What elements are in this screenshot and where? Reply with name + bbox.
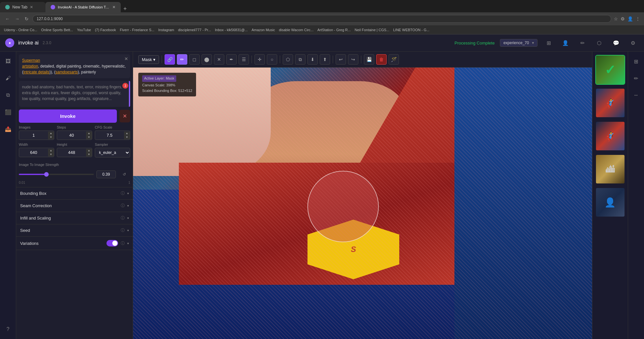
width-input-row[interactable]: ▲ ▼	[19, 148, 54, 157]
thumbnail-5[interactable]: 👤	[595, 187, 625, 217]
bookmark-disciple[interactable]: discipleneil777 - Pr...	[178, 28, 211, 32]
width-up[interactable]: ▲	[48, 149, 54, 153]
width-input[interactable]	[19, 148, 48, 157]
bounding-box-info-icon[interactable]: ⓘ	[121, 191, 125, 196]
seam-correction-header[interactable]: Seam Correction ⓘ ▾	[16, 200, 133, 212]
experience-badge[interactable]: experience_70 ▾	[500, 39, 538, 47]
img2img-value-input[interactable]	[96, 170, 116, 178]
address-bar[interactable]: 127.0.0.1:9090	[32, 15, 611, 23]
toolbar-redo-button[interactable]: ↪	[348, 54, 358, 65]
steps-input[interactable]	[57, 131, 86, 140]
bounding-box-header[interactable]: Bounding Box ⓘ ▾	[16, 187, 133, 199]
tab-close-icon[interactable]: ✕	[30, 5, 33, 9]
tab-close-invoke-icon[interactable]: ✕	[112, 5, 116, 9]
canvas-area[interactable]: S Active Layer: Mask Canvas Scale: 398% …	[133, 68, 592, 339]
images-stepper[interactable]: ▲ ▼	[48, 132, 54, 139]
toolbar-link-button[interactable]: 🔗	[165, 54, 175, 65]
bookmark-neil[interactable]: Neil Fontaine | CGS...	[354, 28, 389, 32]
extensions-icon[interactable]: ⚙	[621, 16, 625, 21]
bookmark-icon[interactable]: ☆	[614, 16, 618, 21]
gallery-icon[interactable]: ⊞	[543, 37, 554, 49]
edit-icon[interactable]: ✏	[576, 37, 588, 49]
bookmark-instagram[interactable]: Instagram	[158, 28, 174, 32]
height-stepper[interactable]: ▲ ▼	[86, 149, 92, 157]
images-input[interactable]	[19, 131, 48, 140]
steps-input-row[interactable]: ▲ ▼	[57, 131, 92, 140]
cfg-down[interactable]: ▼	[124, 135, 130, 139]
invoke-button[interactable]: Invoke	[19, 109, 117, 123]
infill-scaling-info-icon[interactable]: ⓘ	[121, 215, 125, 221]
bookmark-webtoon[interactable]: LINE WEBTOON - G...	[393, 28, 429, 32]
prompt-close-button[interactable]: ✕	[124, 56, 128, 61]
icon-help[interactable]: ?	[2, 323, 14, 335]
cfg-input[interactable]	[95, 131, 124, 140]
bookmark-inbox[interactable]: Inbox - klk56831@...	[215, 28, 248, 32]
width-down[interactable]: ▼	[48, 153, 54, 157]
icon-brush[interactable]: 🖌	[2, 72, 14, 84]
img2img-slider-track[interactable]	[19, 174, 94, 175]
github-icon[interactable]: ⬡	[593, 37, 605, 49]
icon-layers[interactable]: ⧉	[2, 89, 14, 101]
images-down[interactable]: ▼	[48, 135, 54, 139]
toolbar-wand-button[interactable]: 🪄	[389, 54, 399, 65]
height-input-row[interactable]: ▲ ▼	[57, 148, 92, 157]
forward-button[interactable]: →	[14, 15, 21, 23]
negative-prompt-area[interactable]: nude bad anatomy, bad hands, text, error…	[19, 81, 130, 107]
thumbnail-1[interactable]: ✓	[595, 55, 625, 85]
experience-dropdown-icon[interactable]: ▾	[532, 41, 534, 45]
toolbar-download-button[interactable]: ⬇	[307, 54, 318, 65]
menu-icon[interactable]: ⋮	[636, 16, 640, 21]
bookmark-artstation[interactable]: ArtStation - Greg R...	[317, 28, 351, 32]
variations-info-icon[interactable]: ⓘ	[121, 241, 125, 246]
toolbar-circle-button[interactable]: ○	[267, 54, 277, 65]
variations-toggle[interactable]	[106, 240, 118, 246]
cfg-stepper[interactable]: ▲ ▼	[124, 132, 130, 139]
toolbar-brush-button[interactable]: ✏	[177, 54, 187, 65]
positive-prompt-area[interactable]: Superman artstation, detailed, digital p…	[19, 54, 130, 78]
bookmark-youtube[interactable]: YouTube	[77, 28, 91, 32]
steps-stepper[interactable]: ▲ ▼	[86, 132, 92, 139]
toolbar-trash-button[interactable]: 🗑	[376, 54, 387, 65]
user-icon[interactable]: 👤	[560, 37, 571, 49]
toolbar-layer-button[interactable]: ⧉	[295, 54, 305, 65]
infill-scaling-header[interactable]: Infill and Scaling ⓘ ▾	[16, 212, 133, 224]
img2img-slider-thumb[interactable]	[44, 172, 49, 177]
width-stepper[interactable]: ▲ ▼	[48, 149, 54, 157]
icon-images[interactable]: 🖼	[2, 56, 14, 67]
height-down[interactable]: ▼	[86, 153, 92, 157]
toolbar-move-button[interactable]: ✛	[254, 54, 265, 65]
thumbnail-3[interactable]: 🦸	[595, 121, 625, 151]
right-icon-2[interactable]: ✏	[630, 72, 642, 84]
settings-icon[interactable]: ⚙	[627, 37, 639, 49]
toolbar-save-button[interactable]: 💾	[364, 54, 374, 65]
toolbar-undo-button[interactable]: ↩	[336, 54, 346, 65]
bookmark-facebook[interactable]: (7) Facebook	[95, 28, 116, 32]
thumbnail-4[interactable]: 🏙	[595, 154, 625, 184]
icon-upload[interactable]: 📤	[2, 123, 14, 135]
bookmark-amazon[interactable]: Amazon Music	[252, 28, 275, 32]
icon-inpaint[interactable]: ⬛	[2, 106, 14, 118]
right-icon-1[interactable]: ⊞	[630, 56, 642, 67]
images-input-row[interactable]: ▲ ▼	[19, 131, 54, 140]
cfg-input-row[interactable]: ▲ ▼	[95, 131, 130, 140]
bookmark-sports[interactable]: Online Sports Bett...	[41, 28, 73, 32]
seed-header[interactable]: Seed ⓘ ▾	[16, 224, 133, 236]
invoke-clear-button[interactable]: ✕	[119, 110, 130, 122]
toolbar-pen-button[interactable]: ✒	[226, 54, 237, 65]
height-up[interactable]: ▲	[86, 149, 92, 153]
toolbar-eraser-button[interactable]: ◻	[189, 54, 200, 65]
sampler-select[interactable]: k_euler_a	[95, 148, 130, 157]
back-button[interactable]: ←	[4, 15, 11, 23]
profile-icon[interactable]: 👤	[627, 16, 633, 21]
seed-info-icon[interactable]: ⓘ	[121, 228, 125, 233]
bookmark-fiverr[interactable]: Fiverr - Freelance S...	[120, 28, 154, 32]
variations-header[interactable]: Variations ⓘ ▾	[16, 237, 133, 250]
toolbar-upload-button[interactable]: ⬆	[320, 54, 330, 65]
bookmark-wacom[interactable]: disable Wacom Circ...	[279, 28, 314, 32]
thumbnail-2[interactable]: 🦸	[595, 88, 625, 118]
img2img-reset-button[interactable]: ↺	[118, 169, 130, 180]
steps-down[interactable]: ▼	[86, 135, 92, 139]
right-icon-3[interactable]: ↔	[630, 89, 642, 101]
cfg-up[interactable]: ▲	[124, 132, 130, 135]
tab-new-tab[interactable]: New Tab ✕	[0, 2, 45, 12]
